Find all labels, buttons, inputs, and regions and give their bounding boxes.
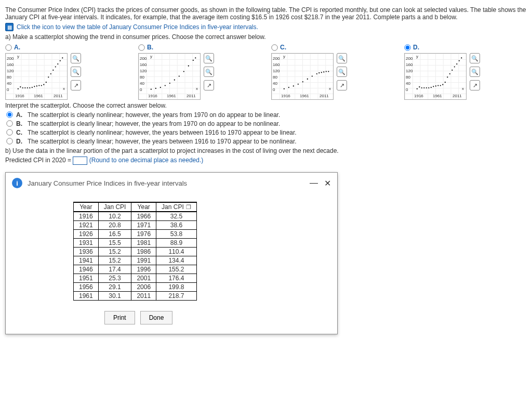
close-icon[interactable]: ✕ (324, 178, 331, 188)
x-symbol: x (63, 87, 65, 91)
zoom-in-icon[interactable]: 🔍 (337, 53, 347, 63)
table-cell: 10.2 (98, 212, 131, 221)
y-tick: 80 (406, 75, 410, 80)
option-a-radio[interactable] (5, 44, 11, 50)
interp-d-text: The scatterplot is clearly linear; howev… (28, 138, 297, 145)
x-tick: 1916 (15, 94, 24, 98)
svg-point-4 (27, 87, 28, 88)
svg-point-8 (36, 85, 37, 86)
svg-point-37 (312, 75, 313, 76)
svg-point-7 (34, 86, 35, 87)
y-tick: 120 (273, 69, 280, 73)
svg-point-17 (57, 63, 58, 64)
x-tick: 1916 (148, 94, 157, 98)
x-symbol: x (196, 87, 198, 91)
svg-point-43 (328, 71, 329, 72)
table-cell: 1966 (131, 212, 156, 221)
table-row: 195629.12006199.8 (74, 283, 197, 292)
zoom-out-icon[interactable]: 🔍 (71, 67, 81, 77)
table-cell: 1961 (74, 292, 99, 301)
interp-b-radio[interactable] (6, 120, 12, 126)
svg-point-16 (55, 66, 56, 67)
x-tick: 1961 (34, 94, 43, 98)
table-row: 192616.5197653.8 (74, 230, 197, 239)
popout-icon[interactable]: ↗ (204, 80, 214, 90)
x-tick: 2011 (187, 94, 196, 98)
table-cell: 32.5 (156, 212, 197, 221)
x-tick: 2011 (320, 94, 329, 98)
table-cell: 30.1 (98, 292, 131, 301)
svg-point-59 (451, 70, 453, 71)
zoom-out-icon[interactable]: 🔍 (337, 67, 347, 77)
y-tick: 0 (140, 88, 142, 92)
svg-point-61 (456, 63, 457, 64)
option-d: D. y 200 160 120 80 40 0 1916 1961 2011 … (404, 44, 527, 100)
y-tick: 40 (406, 82, 410, 86)
done-button[interactable]: Done (140, 311, 173, 324)
option-d-label: D. (413, 44, 419, 51)
table-cell: 1976 (131, 230, 156, 239)
svg-point-57 (447, 76, 448, 77)
part-b-prompt: b) Use the data in the linear portion of… (5, 147, 527, 154)
option-b-plot: y 200 160 120 80 40 0 1916 1961 2011 x (138, 53, 201, 100)
svg-point-41 (323, 71, 324, 72)
svg-point-32 (288, 87, 289, 88)
interp-c-radio[interactable] (6, 129, 12, 135)
interp-b-letter: B. (16, 120, 22, 127)
y-tick: 200 (406, 57, 413, 61)
svg-point-23 (165, 85, 166, 86)
svg-point-33 (293, 85, 294, 86)
svg-point-44 (417, 88, 418, 89)
info-icon: i (12, 178, 22, 188)
interp-d-radio[interactable] (6, 138, 12, 144)
svg-point-46 (421, 87, 422, 88)
option-c-plot: y 200 160 120 80 40 0 1916 1961 2011 x (271, 53, 334, 100)
zoom-in-icon[interactable]: 🔍 (71, 53, 81, 63)
table-cell: 25.3 (98, 274, 131, 283)
copy-icon[interactable]: ❐ (186, 204, 191, 210)
zoom-in-icon[interactable]: 🔍 (204, 53, 214, 63)
interp-a-text: The scatterplot is clearly nonlinear; ho… (28, 111, 280, 119)
svg-point-47 (423, 87, 424, 88)
svg-point-1 (20, 86, 21, 87)
table-cell: 15.2 (98, 256, 131, 265)
predicted-cpi-input[interactable] (73, 157, 87, 165)
popout-icon[interactable]: ↗ (71, 80, 81, 90)
th-cpi-1: Jan CPI (98, 202, 131, 212)
svg-point-58 (449, 73, 450, 74)
print-button[interactable]: Print (104, 311, 135, 324)
option-c-radio[interactable] (271, 44, 277, 50)
table-icon[interactable]: ▦ (5, 23, 14, 31)
open-table-link[interactable]: Click the icon to view the table of Janu… (17, 23, 258, 31)
option-b-radio[interactable] (138, 44, 144, 50)
option-b-label: B. (147, 44, 153, 51)
svg-point-26 (179, 75, 180, 76)
x-tick: 2011 (54, 94, 63, 98)
x-tick: 1961 (300, 94, 309, 98)
y-tick: 0 (273, 88, 275, 92)
table-row: 192120.8197138.6 (74, 221, 197, 230)
y-tick: 80 (273, 75, 277, 80)
table-cell: 15.2 (98, 248, 131, 256)
table-cell: 218.7 (156, 292, 197, 301)
y-tick: 40 (7, 82, 11, 86)
minimize-icon[interactable]: — (310, 178, 318, 188)
popout-icon[interactable]: ↗ (470, 80, 480, 90)
interp-a-radio[interactable] (6, 111, 12, 118)
x-tick: 2011 (453, 94, 462, 98)
popout-icon[interactable]: ↗ (337, 80, 347, 90)
svg-point-24 (169, 83, 170, 84)
zoom-in-icon[interactable]: 🔍 (470, 53, 480, 63)
table-cell: 15.5 (98, 239, 131, 248)
y-tick: 120 (406, 69, 413, 73)
zoom-out-icon[interactable]: 🔍 (470, 67, 480, 77)
svg-point-34 (298, 84, 299, 85)
table-cell: 17.4 (98, 265, 131, 274)
svg-point-39 (318, 72, 320, 73)
y-tick: 160 (273, 63, 280, 67)
table-cell: 155.2 (156, 265, 197, 274)
zoom-out-icon[interactable]: 🔍 (204, 67, 214, 77)
x-tick: 1961 (167, 94, 176, 98)
scatter-options: A. y 200 160 120 80 40 0 1916 1961 2011 … (5, 44, 527, 100)
option-d-radio[interactable] (404, 44, 410, 50)
